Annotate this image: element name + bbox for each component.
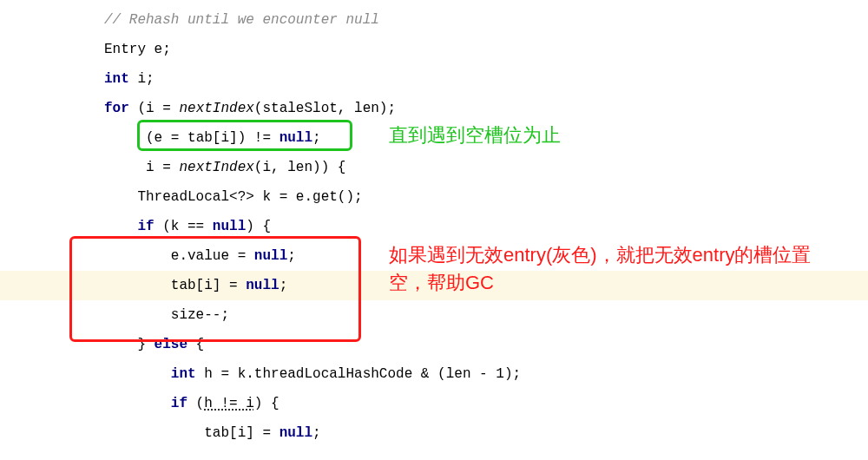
keyword-null: null <box>246 278 279 293</box>
keyword-for: for <box>104 101 129 116</box>
code-line: for (i = nextIndex(staleSlot, len); <box>0 94 868 123</box>
code-text: size--; <box>171 307 229 323</box>
code-text: ) { <box>254 396 279 411</box>
code-text: ; <box>312 425 321 441</box>
code-text: tab[i] = <box>171 278 246 293</box>
code-line: ThreadLocal<?> k = e.get(); <box>0 182 868 212</box>
code-line: i = nextIndex(i, len)) { <box>0 153 868 182</box>
code-text: tab[i] = <box>204 425 279 441</box>
keyword-int: int <box>171 366 196 382</box>
keyword-null: null <box>279 130 312 146</box>
keyword-int: int <box>104 71 129 87</box>
code-line: tab[i] = null; <box>0 418 868 448</box>
keyword-null: null <box>254 248 287 264</box>
code-line: // Rehash until we encounter null <box>0 5 868 35</box>
keyword-if: if <box>171 396 187 411</box>
annotation-text-green: 直到遇到空槽位为止 <box>389 122 561 149</box>
code-line: } else { <box>0 330 868 359</box>
code-line: if (k == null) { <box>0 212 868 241</box>
code-text: h = k.threadLocalHashCode & (len - <box>196 366 496 382</box>
code-text: i = <box>146 160 179 175</box>
code-text: } <box>137 337 154 352</box>
code-number: 1 <box>496 366 504 382</box>
code-text: ; <box>279 278 288 293</box>
code-text: e.value = <box>171 248 254 264</box>
code-text: ThreadLocal<?> k = e.get(); <box>137 189 362 205</box>
code-line: if (h != i) { <box>0 389 868 418</box>
code-text: ( <box>187 396 204 411</box>
code-text: ; <box>287 248 296 264</box>
code-line: size--; <box>0 300 868 330</box>
code-line: Entry e; <box>0 35 868 64</box>
code-text: i; <box>129 71 155 87</box>
keyword-null: null <box>213 219 246 234</box>
code-text: (staleSlot, len); <box>254 101 396 116</box>
underlined-cond: h != i <box>204 396 254 411</box>
code-line: int i; <box>0 64 868 94</box>
code-text: ) { <box>246 219 271 234</box>
code-text: (i = <box>129 101 180 116</box>
keyword-if: if <box>137 219 154 234</box>
code-text: (e = tab[i]) != <box>146 130 279 146</box>
keyword-else: else <box>155 337 187 352</box>
fn-nextindex: nextIndex <box>179 101 253 116</box>
code-text: { <box>187 337 204 352</box>
code-text: (k == <box>155 219 213 234</box>
code-text: Entry e; <box>104 42 171 57</box>
code-text: ); <box>504 366 521 382</box>
code-block: // Rehash until we encounter null Entry … <box>0 0 868 448</box>
code-text: (i, len)) { <box>254 160 346 175</box>
fn-nextindex: nextIndex <box>179 160 253 175</box>
comment-text: // Rehash until we encounter null <box>104 12 379 28</box>
annotation-text-red: 如果遇到无效entry(灰色)，就把无效entry的槽位置空，帮助GC <box>389 241 840 297</box>
code-line: int h = k.threadLocalHashCode & (len - 1… <box>0 359 868 389</box>
code-text: ; <box>312 130 321 146</box>
keyword-null: null <box>279 425 312 441</box>
